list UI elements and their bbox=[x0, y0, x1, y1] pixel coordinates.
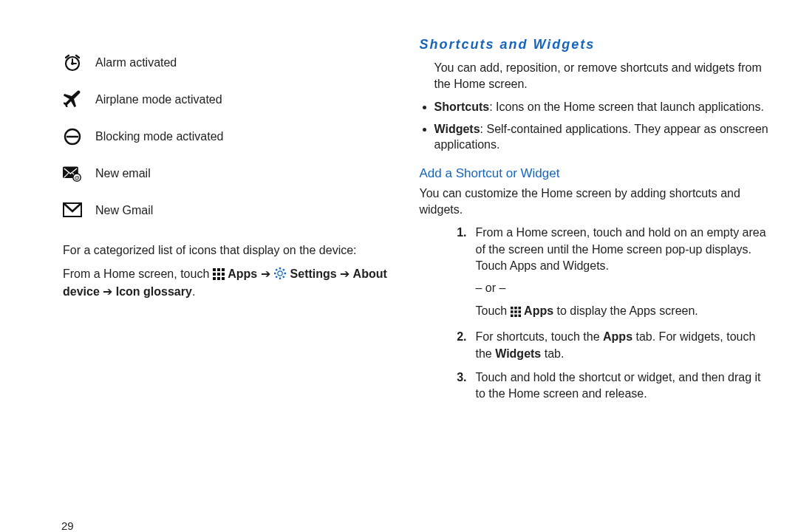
left-intro-text: For a categorized list of icons that dis… bbox=[63, 242, 390, 259]
icon-label: Blocking mode activated bbox=[95, 130, 223, 143]
icon-label: Alarm activated bbox=[95, 56, 177, 69]
icon-glossary-word: Icon glossary bbox=[116, 285, 192, 298]
step-num: 1. bbox=[448, 225, 467, 321]
svg-rect-15 bbox=[217, 268, 220, 271]
svg-rect-21 bbox=[217, 277, 220, 280]
step2-pre: For shortcuts, touch the bbox=[476, 330, 604, 343]
svg-rect-17 bbox=[213, 273, 216, 276]
apps-grid-icon bbox=[511, 305, 521, 321]
svg-rect-33 bbox=[514, 307, 517, 310]
settings-word: Settings bbox=[290, 267, 337, 280]
step-num: 2. bbox=[448, 329, 467, 362]
svg-point-23 bbox=[278, 270, 282, 275]
icon-row-email: @ New email bbox=[63, 164, 390, 183]
nav-prefix: From a Home screen, touch bbox=[63, 267, 209, 280]
svg-rect-40 bbox=[518, 314, 521, 317]
apps-word: Apps bbox=[228, 267, 257, 280]
period: . bbox=[192, 285, 195, 298]
step-num: 3. bbox=[448, 369, 467, 403]
bullet-widgets: Widgets: Self-contained applications. Th… bbox=[434, 121, 769, 153]
bullet-b: Shortcuts bbox=[434, 100, 490, 113]
svg-rect-22 bbox=[222, 277, 225, 280]
svg-rect-38 bbox=[511, 314, 514, 317]
step-1b: Touch Apps to display the Apps screen. bbox=[476, 303, 769, 321]
svg-rect-39 bbox=[514, 314, 517, 317]
svg-rect-34 bbox=[518, 307, 521, 310]
svg-rect-32 bbox=[511, 307, 514, 310]
bullet-rest: : Icons on the Home screen that launch a… bbox=[489, 100, 764, 113]
icon-label: Airplane mode activated bbox=[95, 93, 222, 106]
svg-rect-20 bbox=[213, 277, 216, 280]
svg-rect-14 bbox=[213, 268, 216, 271]
airplane-icon bbox=[63, 90, 82, 109]
svg-line-31 bbox=[276, 276, 277, 278]
icon-row-blocking: Blocking mode activated bbox=[63, 127, 390, 146]
step1b-post: to display the Apps screen. bbox=[553, 304, 698, 317]
svg-line-5 bbox=[76, 55, 79, 58]
arrow-icon: ➔ bbox=[261, 267, 270, 280]
icon-row-gmail: New Gmail bbox=[63, 201, 390, 220]
icon-row-alarm: Alarm activated bbox=[63, 53, 390, 72]
svg-rect-16 bbox=[222, 268, 225, 271]
svg-rect-19 bbox=[222, 273, 225, 276]
arrow-icon: ➔ bbox=[340, 267, 349, 280]
svg-line-29 bbox=[283, 276, 284, 278]
email-icon: @ bbox=[63, 164, 82, 183]
step2-b1: Apps bbox=[603, 330, 632, 343]
step-1-text: From a Home screen, touch and hold on an… bbox=[476, 225, 769, 274]
step-1: 1. From a Home screen, touch and hold on… bbox=[448, 225, 769, 321]
left-nav-text: From a Home screen, touch Apps ➔ bbox=[63, 266, 390, 300]
svg-line-4 bbox=[66, 55, 69, 58]
gmail-icon bbox=[63, 201, 82, 220]
svg-rect-18 bbox=[217, 273, 220, 276]
svg-rect-35 bbox=[511, 310, 514, 313]
svg-line-28 bbox=[276, 269, 277, 270]
subsection-add: Add a Shortcut or Widget bbox=[420, 166, 769, 181]
bullet-rest: : Self-contained applications. They appe… bbox=[434, 123, 768, 151]
section-title-shortcuts: Shortcuts and Widgets bbox=[420, 37, 769, 52]
blocking-icon bbox=[63, 127, 82, 146]
right-intro: You can add, reposition, or remove short… bbox=[420, 60, 769, 92]
step3-text: Touch and hold the shortcut or widget, a… bbox=[476, 369, 769, 403]
icon-label: New Gmail bbox=[95, 204, 153, 217]
icon-row-airplane: Airplane mode activated bbox=[63, 90, 390, 109]
page-number: 29 bbox=[61, 519, 74, 532]
settings-gear-icon bbox=[273, 267, 287, 284]
step2-b2: Widgets bbox=[495, 347, 541, 360]
svg-text:@: @ bbox=[75, 175, 80, 180]
bullet-shortcuts: Shortcuts: Icons on the Home screen that… bbox=[434, 99, 769, 115]
arrow-icon: ➔ bbox=[103, 285, 112, 298]
svg-line-30 bbox=[283, 269, 284, 270]
icon-label: New email bbox=[95, 167, 151, 180]
svg-rect-37 bbox=[518, 310, 521, 313]
step2-post: tab. bbox=[541, 347, 564, 360]
apps-grid-icon bbox=[213, 268, 225, 284]
sub-intro: You can customize the Home screen by add… bbox=[420, 185, 769, 217]
or-divider: – or – bbox=[476, 280, 769, 296]
bullet-b: Widgets bbox=[434, 123, 480, 135]
alarm-icon bbox=[63, 53, 82, 72]
step-3: 3. Touch and hold the shortcut or widget… bbox=[448, 369, 769, 403]
step-2: 2. For shortcuts, touch the Apps tab. Fo… bbox=[448, 329, 769, 362]
svg-rect-36 bbox=[514, 310, 517, 313]
step1b-pre: Touch bbox=[476, 304, 508, 317]
step1b-apps: Apps bbox=[524, 304, 553, 317]
